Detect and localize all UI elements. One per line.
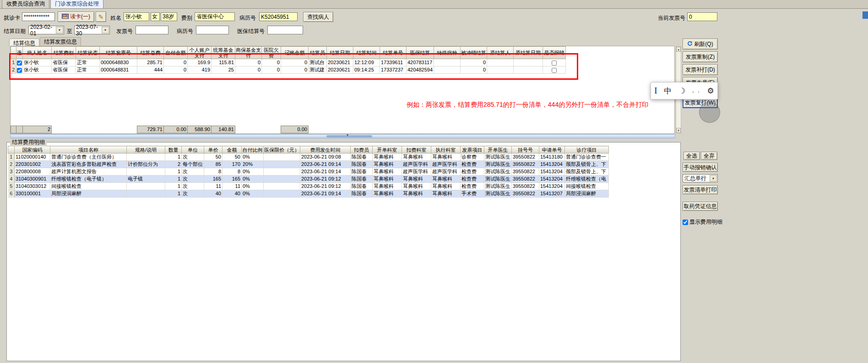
detail-cell: 测试陈医生 <box>484 190 512 198</box>
column-header[interactable]: 医保限价（元） <box>264 146 300 154</box>
detail-row[interactable]: 3220800008超声计算机图文报告1次880%2023-06-21 09:1… <box>8 168 609 176</box>
tab-cashier-query[interactable]: 收费员综合查询 <box>2 0 49 8</box>
detail-row[interactable]: 6330100001局部浸润麻醉1次40400%2023-06-21 09:14… <box>8 190 609 198</box>
ime-settings-gear-icon[interactable]: ⚙ <box>707 86 714 96</box>
detail-cell: 40 <box>222 190 242 198</box>
summary-cell <box>407 126 433 133</box>
filter-mrn-input[interactable] <box>196 26 229 34</box>
column-header[interactable]: 开单科室 <box>373 146 402 154</box>
button-label: 发票补打(D) <box>685 66 715 74</box>
column-header[interactable]: 单价 <box>204 146 222 154</box>
name-input[interactable] <box>124 12 149 21</box>
age-input[interactable] <box>161 12 177 21</box>
column-header[interactable]: 数量 <box>165 146 182 154</box>
pharmacy-voucher-button[interactable]: 取药凭证信息 <box>683 202 718 211</box>
date-to-combo[interactable]: 2023-07-30 <box>74 26 110 34</box>
tab-invoice-processing[interactable]: 门诊发票综合处理 <box>50 0 103 8</box>
deselect-all-button[interactable]: 全弃 <box>701 152 717 160</box>
red-highlight-box <box>9 53 578 80</box>
find-patient-button[interactable]: 查找病人 <box>303 12 333 22</box>
row-number-cell: 2 <box>8 161 15 168</box>
ime-toolbar[interactable]: I 中 ☽ 。， ⚙ <box>651 82 718 99</box>
detail-cell: 陈国春 <box>351 190 373 198</box>
detail-cell: 165 <box>222 176 242 183</box>
detail-cell: 31040300901 <box>15 176 50 183</box>
invoice-remake-button[interactable]: 发票重制(Z) <box>683 51 718 62</box>
summary-cell: 2 <box>23 126 52 133</box>
scroll-up-icon[interactable] <box>676 47 681 52</box>
detail-cell: 0% <box>242 154 264 161</box>
detail-cell: 8 <box>222 168 242 176</box>
column-header[interactable]: 扣费科室 <box>402 146 431 154</box>
detail-cell <box>264 183 300 190</box>
full-half-width-icon[interactable]: ☽ <box>678 86 685 96</box>
detail-cell: 耳鼻喉科 <box>402 154 431 161</box>
invoice-supplement-print-button[interactable]: 发票补打(D) <box>683 64 718 75</box>
column-header[interactable]: 申请单号 <box>539 146 565 154</box>
summary-cell <box>52 126 76 133</box>
read-card-button[interactable]: 读卡(一) <box>58 11 94 22</box>
text-cursor-icon: I <box>654 86 657 96</box>
detail-row[interactable]: 531040303012间接喉镜检查1次11110%2023-06-21 09:… <box>8 183 609 190</box>
mrn-input[interactable] <box>259 12 298 21</box>
column-header[interactable]: 项目名称 <box>50 146 127 154</box>
detail-cell: 陈国春 <box>351 168 373 176</box>
fee-type-input[interactable] <box>195 12 235 21</box>
column-header[interactable]: 金额 <box>222 146 242 154</box>
date-from-combo[interactable]: 2023-02-01 <box>28 26 64 34</box>
visit-card-input[interactable] <box>22 12 55 21</box>
detail-cell: 0% <box>242 190 264 198</box>
ime-chinese-mode-icon[interactable]: 中 <box>664 86 672 96</box>
detail-cell: 间接喉镜检查 <box>565 183 609 190</box>
gender-input[interactable] <box>151 12 160 21</box>
summary-cell <box>327 126 353 133</box>
detail-cell: 检查费 <box>461 161 484 168</box>
row-number-cell: 4 <box>8 176 15 183</box>
column-header[interactable]: 自付比例 <box>242 146 264 154</box>
column-header[interactable]: 诊疗项目 <box>565 146 609 154</box>
detail-cell: 耳鼻喉科 <box>431 176 461 183</box>
invoice-list-print-label: 发票清单打印 <box>684 186 717 194</box>
column-header[interactable]: 执行科室 <box>431 146 461 154</box>
detail-row[interactable]: 2220301002浅表器官彩色多普勒超声检查计价部位分为2每个部位851702… <box>8 161 609 168</box>
tab-settlement-invoice-info[interactable]: 结算发票信息 <box>40 37 81 46</box>
tab-settlement-info[interactable]: 结算信息 <box>9 38 39 46</box>
summary-cell: 729.71 <box>137 126 164 133</box>
column-header[interactable]: 费用发生时间 <box>300 146 351 154</box>
detail-cell: 1 <box>165 154 182 161</box>
column-header[interactable]: 单位 <box>182 146 204 154</box>
refresh-button[interactable]: 刷新(Q) <box>683 38 718 50</box>
scroll-down-icon[interactable] <box>676 128 681 133</box>
splitter-handle-icon[interactable] <box>326 135 372 138</box>
edit-card-button[interactable]: ✎ <box>96 11 106 22</box>
horizontal-splitter[interactable] <box>10 134 675 138</box>
column-header[interactable]: 开单医生 <box>484 146 512 154</box>
select-all-button[interactable]: 全选 <box>684 152 700 160</box>
detail-row[interactable]: 111020000140普通门诊诊查费（主任医师）1次50500%2023-06… <box>8 154 609 161</box>
invoice-list-print-button[interactable]: 发票清单打印 <box>683 185 718 194</box>
punctuation-icon[interactable]: 。， <box>692 88 700 94</box>
button-label: 刷新(Q) <box>694 40 713 48</box>
insurance-no-input[interactable] <box>267 26 303 34</box>
manual-reimburse-button[interactable]: 手动报销确认 <box>683 163 718 172</box>
summary-mode-combo[interactable]: 汇总单行 <box>683 174 718 182</box>
column-header[interactable]: 规格/说明 <box>127 146 165 154</box>
detail-cell: 次 <box>182 154 204 161</box>
column-header[interactable]: 扣费员 <box>351 146 373 154</box>
detail-row[interactable]: 431040300901纤维喉镜检查（电子镜）电子镜1次1651650%2023… <box>8 176 609 183</box>
date-from-value: 2023-02-01 <box>30 24 56 37</box>
invoice-no-input[interactable] <box>136 26 168 34</box>
detail-cell: 耳鼻喉科 <box>402 183 431 190</box>
pharmacy-voucher-label: 取药凭证信息 <box>684 203 717 210</box>
column-header[interactable]: 发票项目 <box>461 146 484 154</box>
detail-cell: 耳鼻喉科 <box>402 190 431 198</box>
column-header[interactable]: 挂号号 <box>512 146 539 154</box>
row-number-cell: 3 <box>8 168 15 176</box>
current-invoice-input[interactable] <box>687 12 717 21</box>
detail-cell: 1 <box>165 176 182 183</box>
row-number-cell: 5 <box>8 183 15 190</box>
clipped-toolbar-icon[interactable] <box>863 11 868 19</box>
settle-date-label: 结算日期 <box>4 28 26 35</box>
column-header[interactable]: 国家编码 <box>15 146 50 154</box>
show-detail-checkbox[interactable] <box>683 220 688 225</box>
